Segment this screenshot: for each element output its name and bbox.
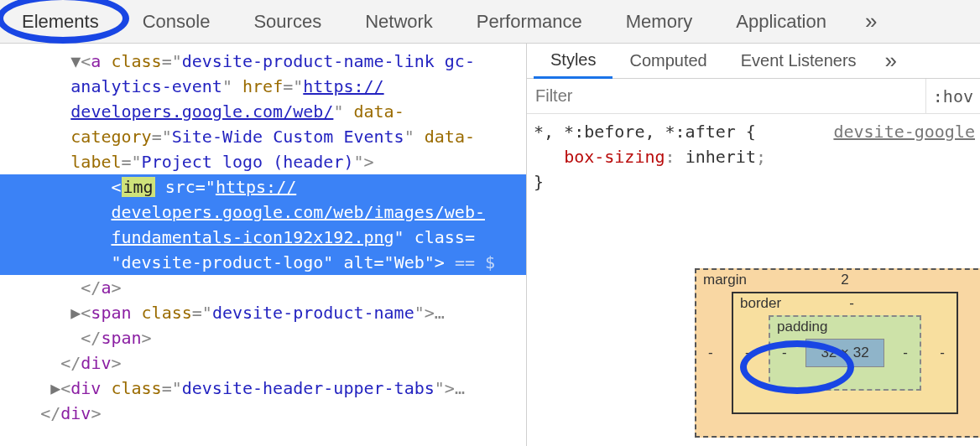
tab-label: Elements bbox=[22, 11, 99, 33]
dom-row[interactable]: </a> bbox=[0, 275, 526, 300]
border-right-value[interactable]: - bbox=[940, 345, 945, 361]
dom-row[interactable]: analytics-event" href="https:// bbox=[0, 74, 526, 99]
margin-left-value[interactable]: - bbox=[708, 345, 713, 361]
dom-row-selected[interactable]: <img src="https:// bbox=[0, 174, 526, 200]
subtab-styles[interactable]: Styles bbox=[534, 44, 612, 79]
dom-row[interactable]: ▼<a class="devsite-product-name-link gc- bbox=[0, 49, 526, 74]
tabs-overflow[interactable]: » bbox=[848, 8, 891, 34]
border-left-value[interactable]: - bbox=[745, 345, 750, 361]
rule-source-link[interactable]: devsite-google bbox=[833, 119, 975, 144]
subtab-event-listeners[interactable]: Event Listeners bbox=[724, 44, 873, 79]
src-link[interactable]: https:// bbox=[216, 177, 296, 197]
tab-network[interactable]: Network bbox=[343, 0, 455, 44]
tab-label: Application bbox=[736, 11, 826, 33]
dom-row[interactable]: </div> bbox=[0, 401, 526, 426]
tab-memory[interactable]: Memory bbox=[604, 0, 714, 44]
subtabs-overflow[interactable]: » bbox=[873, 48, 906, 74]
padding-left-value[interactable]: - bbox=[782, 345, 787, 361]
href-link[interactable]: https:// bbox=[303, 76, 383, 96]
dom-row[interactable]: developers.google.com/web/" data- bbox=[0, 99, 526, 124]
hov-toggle[interactable]: :hov bbox=[925, 79, 980, 113]
tab-label: Console bbox=[143, 11, 211, 33]
styles-filter-input[interactable] bbox=[527, 80, 925, 113]
padding-label: padding bbox=[777, 319, 828, 335]
rule-selector: *, *:before, *:after { bbox=[534, 122, 756, 142]
dom-row[interactable]: ▶<div class="devsite-header-upper-tabs">… bbox=[0, 376, 526, 401]
dom-row-selected[interactable]: "devsite-product-logo" alt="Web"> == $ bbox=[0, 250, 526, 275]
styles-subtabs: Styles Computed Event Listeners » bbox=[527, 44, 980, 79]
dollar-zero-indicator: == $ bbox=[455, 252, 495, 272]
tab-label: Memory bbox=[626, 11, 692, 33]
disclosure-triangle-icon[interactable]: ▶ bbox=[70, 300, 81, 325]
disclosure-triangle-icon[interactable]: ▼ bbox=[70, 49, 81, 74]
tab-application[interactable]: Application bbox=[714, 0, 848, 44]
tab-label: Performance bbox=[477, 11, 582, 33]
dom-row[interactable]: ▶<span class="devsite-product-name">… bbox=[0, 300, 526, 325]
tab-label: Network bbox=[365, 11, 433, 33]
box-model-content[interactable]: 32 × 32 bbox=[805, 339, 884, 367]
elements-tree[interactable]: ▼<a class="devsite-product-name-link gc-… bbox=[0, 44, 527, 446]
selected-tag: img bbox=[122, 177, 155, 197]
css-property-name[interactable]: box-sizing bbox=[564, 147, 665, 167]
dom-row[interactable]: </span> bbox=[0, 325, 526, 350]
box-model-diagram[interactable]: margin 2 16 - border - - - padding - - 3… bbox=[695, 268, 980, 438]
styles-filter-row: :hov bbox=[527, 79, 980, 114]
tab-performance[interactable]: Performance bbox=[455, 0, 604, 44]
tab-sources[interactable]: Sources bbox=[232, 0, 343, 44]
styles-panel: Styles Computed Event Listeners » :hov *… bbox=[527, 44, 980, 446]
margin-top-value[interactable]: 2 bbox=[841, 272, 848, 288]
tab-label: Sources bbox=[253, 11, 321, 33]
src-link[interactable]: fundamentals-icon192x192.png bbox=[111, 227, 394, 247]
css-property-value[interactable]: inherit bbox=[685, 147, 756, 167]
href-link[interactable]: developers.google.com/web/ bbox=[70, 101, 333, 122]
subtab-computed[interactable]: Computed bbox=[612, 44, 723, 79]
tab-console[interactable]: Console bbox=[121, 0, 232, 44]
src-link[interactable]: developers.google.com/web/images/web- bbox=[111, 202, 485, 222]
box-model-padding[interactable]: padding - - 32 × 32 bbox=[769, 315, 921, 391]
css-rule[interactable]: *, *:before, *:after { devsite-google bo… bbox=[527, 114, 980, 200]
border-label: border bbox=[740, 295, 781, 312]
tab-elements[interactable]: Elements bbox=[0, 0, 121, 44]
dom-row[interactable]: label="Project logo (header)"> bbox=[0, 149, 526, 174]
dom-row[interactable]: category="Site-Wide Custom Events" data- bbox=[0, 124, 526, 149]
margin-label: margin bbox=[703, 272, 747, 288]
rule-close: } bbox=[534, 169, 973, 194]
dom-row-selected[interactable]: developers.google.com/web/images/web- bbox=[0, 200, 526, 225]
box-model-margin[interactable]: margin 2 16 - border - - - padding - - 3… bbox=[695, 268, 980, 438]
content-dimensions: 32 × 32 bbox=[821, 345, 868, 361]
border-top-value[interactable]: - bbox=[849, 295, 854, 312]
dom-row[interactable]: </div> bbox=[0, 350, 526, 376]
padding-right-value[interactable]: - bbox=[903, 345, 908, 361]
devtools-tabs: Elements Console Sources Network Perform… bbox=[0, 0, 980, 44]
disclosure-triangle-icon[interactable]: ▶ bbox=[50, 376, 60, 401]
dom-row-selected[interactable]: fundamentals-icon192x192.png" class= bbox=[0, 225, 526, 250]
box-model-border[interactable]: border - - - padding - - 32 × 32 bbox=[732, 292, 958, 414]
